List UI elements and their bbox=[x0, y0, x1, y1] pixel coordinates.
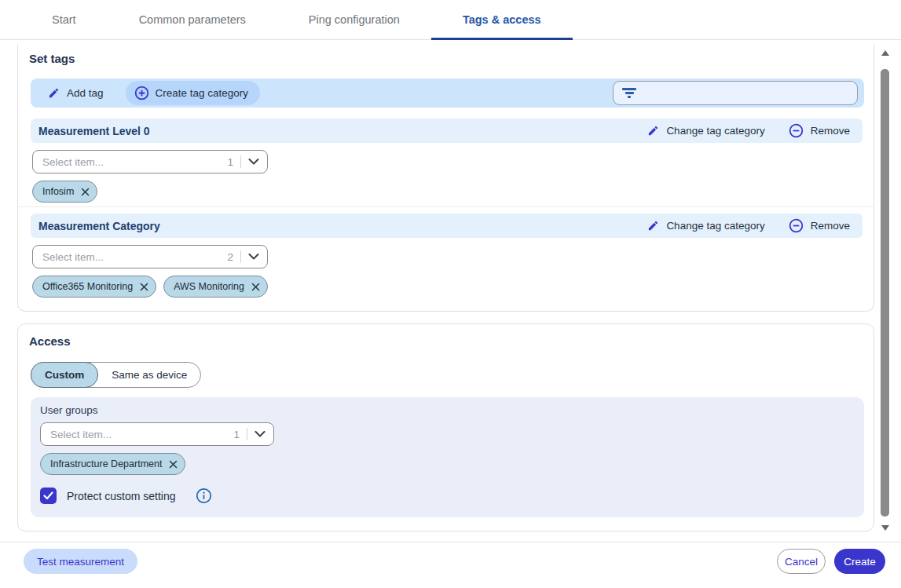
select-divider bbox=[240, 155, 241, 168]
tag-chip-label: AWS Monitoring bbox=[174, 281, 244, 292]
remove-category-button[interactable]: Remove bbox=[789, 123, 850, 138]
add-tag-button[interactable]: Add tag bbox=[48, 87, 104, 99]
pencil-icon bbox=[647, 220, 659, 232]
filter-icon bbox=[621, 88, 637, 98]
category-actions: Change tag category Remove bbox=[647, 218, 850, 233]
vertical-scrollbar bbox=[880, 46, 891, 535]
tab-tags-access[interactable]: Tags & access bbox=[431, 0, 573, 39]
protect-custom-setting-row: Protect custom setting bbox=[40, 488, 855, 504]
cancel-button[interactable]: Cancel bbox=[777, 549, 826, 574]
create-tag-category-label: Create tag category bbox=[156, 87, 249, 99]
user-groups-label: User groups bbox=[40, 404, 855, 416]
access-title: Access bbox=[29, 334, 71, 348]
select-placeholder: Select item... bbox=[50, 429, 233, 440]
scrollbar-thumb[interactable] bbox=[881, 69, 889, 517]
segment-same-as-device[interactable]: Same as device bbox=[98, 363, 200, 387]
change-tag-category-label: Change tag category bbox=[666, 125, 764, 137]
category-header: Measurement Category Change tag category… bbox=[31, 214, 863, 238]
select-placeholder: Select item... bbox=[42, 251, 227, 263]
remove-category-button[interactable]: Remove bbox=[789, 218, 850, 233]
info-icon[interactable] bbox=[196, 488, 212, 504]
select-divider bbox=[247, 428, 247, 440]
access-mode-toggle: Custom Same as device bbox=[31, 362, 201, 388]
tag-category-group-measurement-level-0: Measurement Level 0 Change tag category … bbox=[18, 119, 874, 203]
close-icon[interactable] bbox=[81, 188, 90, 196]
scroll-up-arrow[interactable] bbox=[881, 50, 889, 56]
plus-circle-icon bbox=[134, 86, 149, 100]
measurement-wizard: Start Common parameters Ping configurati… bbox=[0, 0, 901, 588]
set-tags-title: Set tags bbox=[29, 52, 75, 65]
footer-divider bbox=[0, 542, 901, 542]
chip-list: Infrastructure Department bbox=[40, 453, 855, 475]
user-group-chip-label: Infrastructure Department bbox=[50, 458, 162, 469]
tag-chip: Office365 Monitoring bbox=[32, 276, 156, 298]
category-actions: Change tag category Remove bbox=[647, 123, 850, 138]
remove-category-label: Remove bbox=[811, 220, 850, 232]
tab-ping-configuration[interactable]: Ping configuration bbox=[277, 0, 431, 39]
close-icon[interactable] bbox=[169, 460, 178, 469]
tag-chip: Infosim bbox=[32, 181, 97, 203]
tag-category-group-measurement-category: Measurement Category Change tag category… bbox=[18, 214, 874, 298]
user-group-chip: Infrastructure Department bbox=[40, 453, 185, 475]
tag-filter-box bbox=[613, 81, 858, 105]
tag-filter-input[interactable] bbox=[637, 81, 857, 105]
close-icon[interactable] bbox=[140, 283, 148, 291]
create-button[interactable]: Create bbox=[834, 549, 885, 574]
add-tag-label: Add tag bbox=[67, 87, 104, 99]
minus-circle-icon bbox=[789, 123, 804, 138]
segment-custom[interactable]: Custom bbox=[31, 362, 98, 388]
scroll-down-arrow[interactable] bbox=[881, 525, 889, 531]
tag-select[interactable]: Select item... 2 bbox=[32, 245, 268, 268]
chevron-down-icon[interactable] bbox=[248, 159, 259, 165]
test-measurement-button[interactable]: Test measurement bbox=[24, 549, 137, 574]
set-tags-card: Set tags Add tag Create tag category bbox=[17, 45, 874, 312]
tags-toolbar: Add tag Create tag category bbox=[31, 79, 864, 108]
minus-circle-icon bbox=[789, 218, 804, 233]
pencil-icon bbox=[647, 125, 659, 137]
select-placeholder: Select item... bbox=[42, 156, 227, 168]
group-divider bbox=[18, 206, 874, 207]
tag-select[interactable]: Select item... 1 bbox=[32, 150, 268, 173]
protect-custom-setting-checkbox[interactable] bbox=[40, 488, 57, 504]
tag-chip: AWS Monitoring bbox=[163, 276, 268, 298]
tab-common-parameters[interactable]: Common parameters bbox=[108, 0, 277, 39]
tag-chip-label: Office365 Monitoring bbox=[42, 281, 133, 292]
category-name: Measurement Level 0 bbox=[38, 125, 150, 137]
change-tag-category-label: Change tag category bbox=[666, 220, 764, 232]
selected-count: 2 bbox=[227, 251, 233, 263]
category-header: Measurement Level 0 Change tag category … bbox=[31, 119, 863, 143]
chevron-down-icon[interactable] bbox=[255, 431, 266, 437]
remove-category-label: Remove bbox=[811, 125, 850, 137]
create-tag-category-button[interactable]: Create tag category bbox=[126, 81, 261, 105]
user-groups-panel: User groups Select item... 1 Infrastruct… bbox=[31, 397, 864, 517]
chip-list: Office365 Monitoring AWS Monitoring bbox=[32, 276, 874, 298]
access-card: Access Custom Same as device User groups… bbox=[17, 323, 874, 531]
chevron-down-icon[interactable] bbox=[248, 254, 259, 260]
change-tag-category-button[interactable]: Change tag category bbox=[647, 220, 764, 232]
tab-bar: Start Common parameters Ping configurati… bbox=[0, 0, 901, 40]
close-icon[interactable] bbox=[251, 283, 260, 291]
select-divider bbox=[240, 250, 241, 263]
tag-chip-label: Infosim bbox=[42, 186, 74, 197]
tab-start[interactable]: Start bbox=[20, 0, 108, 39]
change-tag-category-button[interactable]: Change tag category bbox=[647, 125, 764, 137]
user-groups-select[interactable]: Select item... 1 bbox=[40, 422, 274, 446]
pencil-icon bbox=[48, 87, 60, 99]
selected-count: 1 bbox=[227, 156, 233, 168]
selected-count: 1 bbox=[233, 429, 240, 440]
protect-custom-setting-label: Protect custom setting bbox=[67, 490, 176, 502]
chip-list: Infosim bbox=[32, 181, 874, 203]
category-name: Measurement Category bbox=[38, 220, 160, 232]
